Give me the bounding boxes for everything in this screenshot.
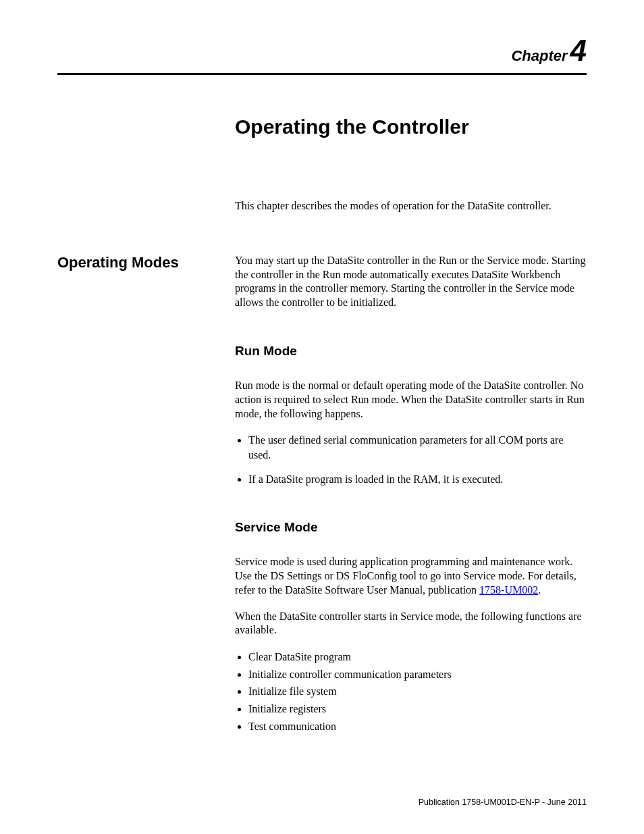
service-mode-heading: Service Mode xyxy=(235,520,587,535)
service-mode-bullets: Clear DataSite program Initialize contro… xyxy=(248,650,587,733)
chapter-header: Chapter4 xyxy=(57,34,587,68)
operating-modes-section: Operating Modes You may start up the Dat… xyxy=(57,254,587,310)
chapter-label: Chapter xyxy=(511,47,567,64)
list-item: The user defined serial communication pa… xyxy=(248,433,587,462)
list-item: Clear DataSite program xyxy=(248,650,587,664)
intro-paragraph: This chapter describes the modes of oper… xyxy=(235,199,587,213)
run-mode-section: Run Mode Run mode is the normal or defau… xyxy=(235,344,587,486)
header-rule xyxy=(57,73,587,75)
publication-link[interactable]: 1758-UM002 xyxy=(479,584,538,596)
service-mode-body-2: When the DataSite controller starts in S… xyxy=(235,610,587,638)
run-mode-bullets: The user defined serial communication pa… xyxy=(248,433,587,486)
run-mode-body: Run mode is the normal or default operat… xyxy=(235,379,587,421)
operating-modes-body: You may start up the DataSite controller… xyxy=(235,254,587,310)
service-mode-body-1: Service mode is used during application … xyxy=(235,555,587,597)
operating-modes-heading: Operating Modes xyxy=(57,254,235,271)
list-item: Initialize registers xyxy=(248,702,587,716)
service-mode-body-post: . xyxy=(538,584,541,596)
list-item: Test communication xyxy=(248,719,587,734)
list-item: Initialize file system xyxy=(248,684,587,699)
run-mode-heading: Run Mode xyxy=(235,344,587,359)
page-title: Operating the Controller xyxy=(235,115,587,138)
list-item: Initialize controller communication para… xyxy=(248,667,587,682)
list-item: If a DataSite program is loaded in the R… xyxy=(248,472,587,487)
chapter-number: 4 xyxy=(570,34,587,67)
publication-footer: Publication 1758-UM001D-EN-P - June 2011 xyxy=(419,798,587,807)
service-mode-section: Service Mode Service mode is used during… xyxy=(235,520,587,733)
